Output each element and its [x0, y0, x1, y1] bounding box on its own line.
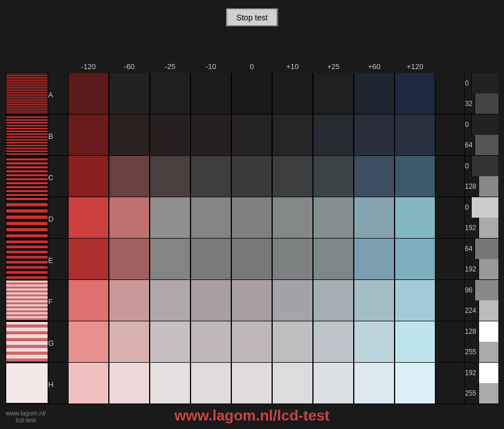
grid-cell	[190, 156, 231, 197]
row-letter: E	[48, 254, 60, 265]
right-top-num: 64	[465, 245, 475, 253]
grid-cell	[68, 197, 109, 238]
right-top-num: 96	[465, 286, 475, 294]
grid-cell	[109, 321, 150, 362]
grid-cell	[313, 156, 354, 197]
grid-cell	[313, 280, 354, 321]
grid-cell	[231, 363, 272, 403]
right-top-num: 0	[465, 121, 471, 129]
grid-cell	[109, 280, 150, 321]
grid-cell	[272, 156, 313, 197]
grid-row: D0192	[6, 197, 498, 239]
grid-cell	[272, 197, 313, 238]
row-letter: B	[48, 130, 60, 141]
main-container: -120-60-25-100+10+25+60+120 A032B064C012…	[6, 62, 498, 404]
grid-cell	[395, 156, 435, 197]
grid-cell	[395, 73, 435, 114]
grid-cell	[150, 321, 190, 362]
grid-cell	[313, 197, 354, 238]
right-bot-swatch	[478, 300, 498, 321]
column-headers: -120-60-25-100+10+25+60+120	[68, 62, 498, 73]
row-letter: H	[48, 378, 60, 389]
grid-cell	[109, 197, 150, 238]
column-header: +60	[354, 62, 395, 73]
row-letter: F	[48, 295, 60, 306]
row-preview	[6, 363, 48, 403]
grid-cell	[68, 156, 109, 197]
grid-row: B064	[6, 114, 498, 156]
grid-cell	[354, 321, 395, 362]
grid-cell	[150, 363, 190, 403]
right-bot-num: 64	[465, 141, 475, 149]
column-header: -25	[150, 62, 190, 73]
grid-cell	[190, 114, 231, 155]
row-preview	[6, 114, 48, 155]
grid-cell	[68, 114, 109, 155]
grid-cell	[313, 73, 354, 114]
grid-cell	[109, 239, 150, 279]
row-preview	[6, 280, 48, 321]
column-header: +120	[395, 62, 435, 73]
grid-cell	[150, 156, 190, 197]
grid-cell	[354, 197, 395, 238]
right-bot-num: 255	[465, 348, 478, 356]
right-bot-num: 224	[465, 307, 478, 315]
grid-cell	[68, 239, 109, 279]
right-top-swatch	[478, 363, 498, 383]
grid-cell	[231, 280, 272, 321]
grid-row: E64192	[6, 239, 498, 280]
right-top-swatch	[471, 73, 498, 94]
grid-cell	[395, 239, 435, 279]
right-top-swatch	[471, 156, 498, 176]
right-top-swatch	[475, 239, 498, 259]
grid-cell	[395, 197, 435, 238]
column-header: +25	[313, 62, 354, 73]
grid-row: F96224	[6, 280, 498, 321]
grid-cell	[109, 73, 150, 114]
grid-row: G128255	[6, 321, 498, 363]
grid-cell	[272, 239, 313, 279]
grid-row: C0128	[6, 156, 498, 197]
right-top-swatch	[478, 321, 498, 342]
right-top-swatch	[475, 280, 498, 300]
grid-cell	[272, 363, 313, 403]
watermark-bottom: www.lagom.nl/lcd-test	[0, 407, 504, 424]
grid-cell	[150, 197, 190, 238]
right-top-num: 0	[465, 79, 471, 87]
grid-cell	[109, 156, 150, 197]
grid-cell	[313, 321, 354, 362]
row-letter: C	[48, 171, 60, 182]
right-top-num: 128	[465, 328, 478, 335]
grid-row: H192255	[6, 363, 498, 404]
column-header: -60	[109, 62, 150, 73]
right-bot-num: 192	[465, 265, 478, 273]
grid-cell	[354, 280, 395, 321]
right-bot-num: 32	[465, 100, 475, 108]
grid-cell	[231, 239, 272, 279]
right-bot-num: 255	[465, 389, 478, 397]
row-preview	[6, 197, 48, 238]
grid-cell	[354, 239, 395, 279]
grid-cell	[150, 239, 190, 279]
right-top-swatch	[471, 197, 498, 218]
grid-row: A032	[6, 73, 498, 114]
stop-test-button[interactable]: Stop test	[226, 9, 278, 27]
right-top-swatch	[471, 114, 498, 135]
grid-cell	[190, 280, 231, 321]
row-letter: G	[48, 337, 60, 347]
grid-cell	[395, 280, 435, 321]
grid-cell	[354, 114, 395, 155]
row-letter: D	[48, 213, 60, 223]
grid-cell	[231, 321, 272, 362]
grid-cell	[272, 280, 313, 321]
grid-cell	[190, 73, 231, 114]
grid-cell	[68, 73, 109, 114]
grid-cell	[354, 156, 395, 197]
row-letter: A	[48, 88, 60, 99]
right-top-num: 192	[465, 369, 478, 377]
grid-cell	[395, 363, 435, 403]
grid-cell	[109, 363, 150, 403]
grid-cell	[272, 321, 313, 362]
grid-cell	[150, 73, 190, 114]
grid-cell	[190, 363, 231, 403]
